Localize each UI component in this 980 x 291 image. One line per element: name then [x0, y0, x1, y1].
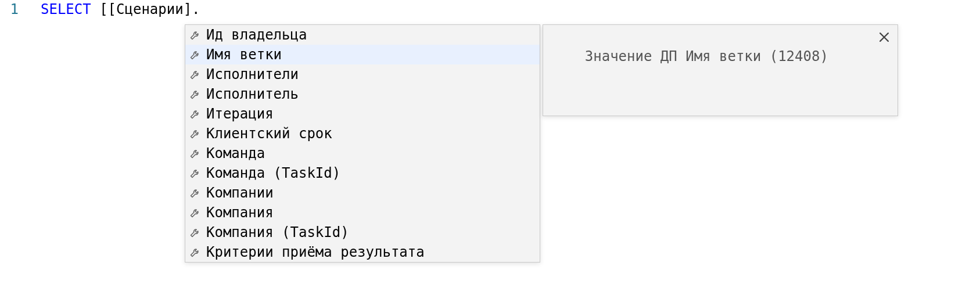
line-number-gutter: 1: [0, 0, 23, 17]
wrench-icon: [189, 206, 202, 219]
completion-item[interactable]: Исполнитель: [185, 84, 540, 104]
completion-item-label: Исполнители: [206, 66, 299, 82]
wrench-icon: [189, 127, 202, 140]
completion-item[interactable]: Критерии приёма результата: [185, 242, 540, 262]
completion-item[interactable]: Клиентский срок: [185, 124, 540, 143]
wrench-icon: [189, 88, 202, 100]
close-icon[interactable]: [878, 31, 891, 44]
code-editor[interactable]: 1 SELECT [[Сценарии]. Ид владельца Имя в…: [0, 0, 980, 291]
completion-item-label: Клиентский срок: [206, 125, 332, 142]
completion-details: Значение ДП Имя ветки (12408): [543, 24, 898, 116]
code-rest: [[Сценарии].: [91, 1, 200, 17]
completion-item-label: Команда (TaskId): [206, 165, 340, 181]
wrench-icon: [189, 147, 202, 160]
completion-item[interactable]: Компания: [185, 203, 540, 222]
completion-item[interactable]: Имя ветки: [185, 45, 540, 64]
wrench-icon: [189, 246, 202, 258]
details-text: Значение ДП Имя ветки (12408): [585, 48, 828, 64]
completion-popup[interactable]: Ид владельца Имя ветки Исполнители Испол…: [185, 24, 540, 263]
completion-item[interactable]: Исполнители: [185, 64, 540, 84]
completion-item-label: Компания (TaskId): [206, 224, 349, 240]
completion-item[interactable]: Команда: [185, 143, 540, 163]
completion-item[interactable]: Команда (TaskId): [185, 163, 540, 183]
wrench-icon: [189, 107, 202, 120]
completion-item[interactable]: Ид владельца: [185, 25, 540, 45]
wrench-icon: [189, 167, 202, 179]
keyword-select: SELECT: [41, 1, 91, 17]
wrench-icon: [189, 28, 202, 41]
completion-item-label: Критерии приёма результата: [206, 244, 425, 260]
completion-item[interactable]: Компании: [185, 183, 540, 203]
wrench-icon: [189, 226, 202, 239]
completion-item[interactable]: Компания (TaskId): [185, 222, 540, 242]
completion-item-label: Имя ветки: [206, 46, 282, 63]
wrench-icon: [189, 68, 202, 81]
completion-item[interactable]: Итерация: [185, 104, 540, 124]
line-number: 1: [10, 1, 19, 17]
completion-item-label: Компании: [206, 185, 274, 201]
completion-item-label: Итерация: [206, 106, 274, 122]
completion-item-label: Ид владельца: [206, 27, 307, 43]
wrench-icon: [189, 48, 202, 61]
completion-item-label: Компания: [206, 204, 274, 221]
completion-item-label: Команда: [206, 145, 265, 161]
wrench-icon: [189, 186, 202, 199]
code-line[interactable]: SELECT [[Сценарии].: [41, 1, 200, 17]
completion-item-label: Исполнитель: [206, 86, 299, 102]
